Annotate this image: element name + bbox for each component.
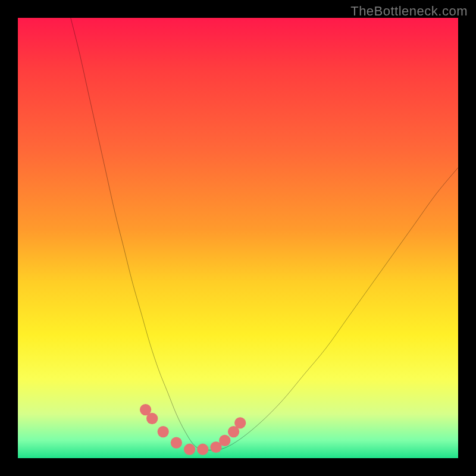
marker-dot bbox=[158, 426, 169, 437]
marker-dot bbox=[219, 435, 230, 446]
curve-svg bbox=[18, 18, 458, 458]
marker-dot bbox=[184, 444, 195, 455]
marker-dot bbox=[171, 437, 182, 448]
curve-path bbox=[71, 18, 458, 450]
plot-area bbox=[18, 18, 458, 458]
bottleneck-curve bbox=[71, 18, 458, 450]
chart-stage: TheBottleneck.com bbox=[0, 0, 476, 476]
marker-dot bbox=[197, 444, 208, 455]
watermark-text: TheBottleneck.com bbox=[350, 4, 468, 19]
optimal-range-markers bbox=[140, 404, 246, 455]
marker-dot bbox=[234, 417, 246, 428]
marker-dot bbox=[146, 413, 158, 424]
